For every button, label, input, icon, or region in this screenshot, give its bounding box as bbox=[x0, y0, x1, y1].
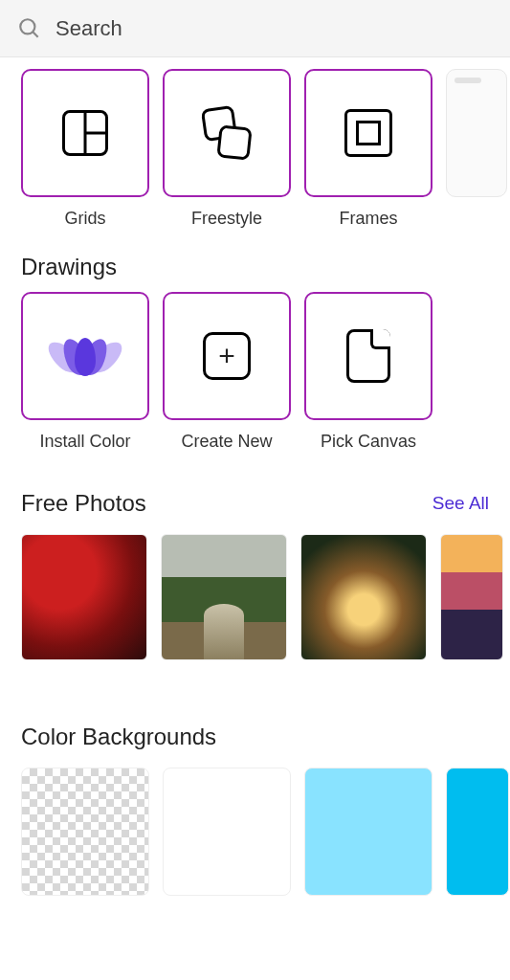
tile-freestyle[interactable]: Freestyle bbox=[163, 69, 291, 229]
grids-label: Grids bbox=[64, 209, 105, 229]
create-new-label: Create New bbox=[181, 432, 272, 452]
freestyle-icon bbox=[199, 105, 255, 161]
tile-pick-canvas[interactable]: Pick Canvas bbox=[304, 292, 432, 452]
photo-candle[interactable] bbox=[300, 534, 427, 660]
swatch-transparent[interactable] bbox=[21, 768, 149, 896]
tile-frames[interactable]: Frames bbox=[304, 69, 432, 229]
frames-tile[interactable] bbox=[304, 69, 432, 197]
free-photos-header: Free Photos See All bbox=[0, 452, 510, 517]
swatch-light-blue[interactable] bbox=[304, 768, 432, 896]
drawings-title: Drawings bbox=[21, 254, 117, 280]
svg-point-0 bbox=[20, 19, 34, 33]
pick-canvas-tile[interactable] bbox=[304, 292, 432, 420]
pick-canvas-label: Pick Canvas bbox=[321, 432, 416, 452]
swatch-white[interactable] bbox=[163, 768, 291, 896]
tile-create-new[interactable]: + Create New bbox=[163, 292, 291, 452]
drawings-header: Drawings bbox=[0, 229, 510, 280]
tile-more-peek[interactable] bbox=[446, 69, 507, 197]
frames-label: Frames bbox=[339, 209, 397, 229]
svg-line-1 bbox=[33, 32, 37, 36]
see-all-link[interactable]: See All bbox=[432, 493, 489, 514]
install-color-tile[interactable] bbox=[21, 292, 149, 420]
ghost-preview bbox=[447, 70, 506, 196]
color-backgrounds-title: Color Backgrounds bbox=[21, 724, 216, 750]
search-bar[interactable]: Search bbox=[0, 0, 510, 57]
freestyle-tile[interactable] bbox=[163, 69, 291, 197]
canvas-icon bbox=[346, 329, 390, 383]
search-placeholder: Search bbox=[55, 16, 122, 41]
color-backgrounds-header: Color Backgrounds bbox=[0, 699, 510, 750]
freestyle-label: Freestyle bbox=[191, 209, 262, 229]
lotus-icon bbox=[57, 332, 113, 380]
collage-types-row: Grids Freestyle Frames bbox=[0, 57, 510, 229]
frames-icon bbox=[344, 109, 392, 157]
grids-icon bbox=[62, 110, 108, 156]
tile-grids[interactable]: Grids bbox=[21, 69, 149, 229]
plus-box-icon: + bbox=[203, 332, 251, 380]
grids-tile[interactable] bbox=[21, 69, 149, 197]
swatch-cyan[interactable] bbox=[446, 768, 509, 896]
drawings-row: Install Color + Create New Pick Canvas bbox=[0, 280, 510, 452]
photo-forest[interactable] bbox=[161, 534, 287, 660]
install-color-label: Install Color bbox=[39, 432, 130, 452]
color-backgrounds-row bbox=[0, 750, 510, 896]
photo-flowers[interactable] bbox=[21, 534, 147, 660]
free-photos-title: Free Photos bbox=[21, 490, 146, 517]
tile-install-color[interactable]: Install Color bbox=[21, 292, 149, 452]
photo-sunset[interactable] bbox=[440, 534, 503, 660]
create-new-tile[interactable]: + bbox=[163, 292, 291, 420]
search-icon bbox=[17, 16, 42, 41]
free-photos-row bbox=[0, 517, 510, 660]
